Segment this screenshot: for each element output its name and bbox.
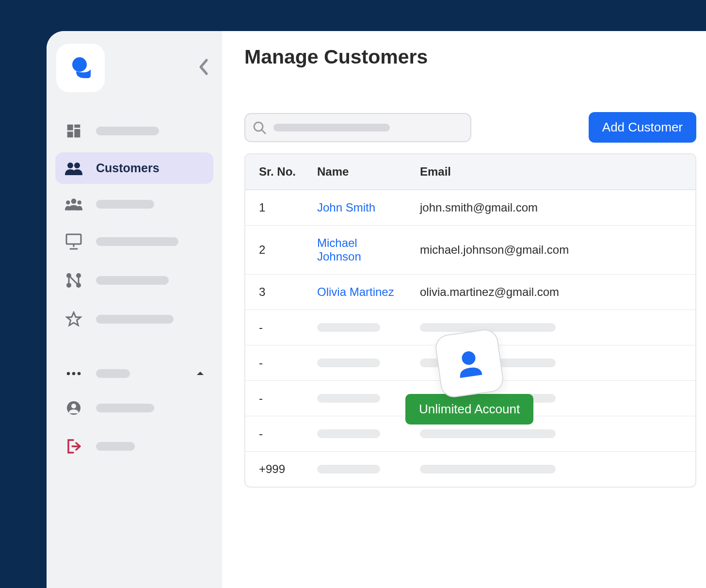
table-row-placeholder: - bbox=[245, 381, 695, 416]
placeholder-text bbox=[420, 323, 556, 332]
svg-rect-3 bbox=[74, 129, 80, 137]
sidebar-nav: Customers bbox=[55, 114, 213, 463]
customer-name-link[interactable]: Michael Johnson bbox=[317, 236, 361, 263]
placeholder-text bbox=[317, 323, 380, 332]
cell-sr: - bbox=[245, 345, 308, 381]
cell-sr: - bbox=[245, 310, 308, 345]
table-row[interactable]: 3 Olivia Martinez olivia.martinez@gmail.… bbox=[245, 275, 695, 310]
table-row-placeholder: - bbox=[245, 310, 695, 345]
cell-sr: - bbox=[245, 416, 308, 452]
presentation-icon bbox=[65, 233, 82, 250]
cell-name bbox=[308, 310, 411, 345]
svg-point-24 bbox=[71, 404, 76, 408]
placeholder-text bbox=[317, 359, 380, 367]
svg-point-8 bbox=[66, 200, 70, 204]
table-row-more[interactable]: +999 bbox=[245, 452, 695, 487]
svg-rect-10 bbox=[66, 234, 81, 244]
cell-email bbox=[411, 310, 695, 345]
search-icon bbox=[252, 120, 267, 135]
sidebar-item-favorites[interactable] bbox=[55, 302, 213, 336]
main-content: Manage Customers Add Customer Sr. No. Na… bbox=[222, 31, 706, 588]
cell-sr: - bbox=[245, 381, 308, 416]
cell-email bbox=[411, 416, 695, 452]
network-icon bbox=[65, 272, 82, 289]
caret-up-icon bbox=[196, 369, 205, 378]
account-icon bbox=[65, 400, 82, 416]
dashboard-icon bbox=[65, 123, 82, 139]
cell-email: michael.johnson@gmail.com bbox=[411, 226, 695, 275]
star-icon bbox=[65, 311, 82, 327]
page-title: Manage Customers bbox=[244, 46, 696, 68]
add-customer-button[interactable]: Add Customer bbox=[589, 112, 696, 143]
sidebar-item-customers[interactable]: Customers bbox=[55, 152, 213, 184]
svg-point-22 bbox=[78, 372, 81, 376]
sidebar-item-account[interactable] bbox=[55, 392, 213, 425]
placeholder-text bbox=[273, 124, 390, 131]
table-row[interactable]: 1 John Smith john.smith@gmail.com bbox=[245, 190, 695, 226]
cell-name bbox=[308, 452, 411, 487]
table-row[interactable]: 2 Michael Johnson michael.johnson@gmail.… bbox=[245, 226, 695, 275]
cell-email bbox=[411, 381, 695, 416]
sidebar: Customers bbox=[47, 31, 222, 588]
placeholder-text bbox=[96, 369, 130, 378]
cell-sr: 2 bbox=[245, 226, 308, 275]
sidebar-item-dashboard[interactable] bbox=[55, 114, 213, 147]
svg-point-9 bbox=[78, 200, 81, 204]
sidebar-item-network[interactable] bbox=[55, 263, 213, 297]
cell-name bbox=[308, 416, 411, 452]
sidebar-collapse-button[interactable] bbox=[196, 55, 212, 81]
placeholder-text bbox=[96, 404, 154, 412]
cell-email bbox=[411, 345, 695, 381]
table-row-placeholder: - bbox=[245, 416, 695, 452]
team-icon bbox=[65, 197, 82, 211]
sidebar-item-presentation[interactable] bbox=[55, 225, 213, 259]
cell-name bbox=[308, 381, 411, 416]
cell-name: John Smith bbox=[308, 190, 411, 226]
sidebar-item-logout[interactable] bbox=[55, 429, 213, 463]
placeholder-text bbox=[96, 237, 178, 246]
svg-point-6 bbox=[74, 163, 80, 168]
sidebar-item-label: Customers bbox=[96, 161, 160, 175]
cell-name: Michael Johnson bbox=[308, 226, 411, 275]
customer-name-link[interactable]: Olivia Martinez bbox=[317, 285, 394, 298]
placeholder-text bbox=[96, 200, 154, 209]
col-header-name: Name bbox=[308, 154, 411, 190]
svg-point-0 bbox=[72, 57, 87, 72]
app-logo bbox=[56, 44, 105, 92]
app-window: Customers bbox=[47, 31, 706, 588]
chevron-left-icon bbox=[198, 57, 210, 77]
placeholder-text bbox=[420, 359, 556, 367]
toolbar: Add Customer bbox=[244, 112, 696, 143]
svg-point-5 bbox=[67, 163, 73, 168]
svg-rect-2 bbox=[74, 125, 80, 128]
placeholder-text bbox=[317, 394, 380, 403]
svg-point-21 bbox=[72, 372, 76, 376]
placeholder-text bbox=[96, 276, 169, 285]
cell-name: Olivia Martinez bbox=[308, 275, 411, 310]
cell-sr: 1 bbox=[245, 190, 308, 226]
more-icon bbox=[65, 371, 82, 376]
cell-email bbox=[411, 452, 695, 487]
customers-table: Sr. No. Name Email 1 John Smith john.smi… bbox=[244, 153, 696, 488]
placeholder-text bbox=[420, 394, 556, 403]
sidebar-item-team[interactable] bbox=[55, 189, 213, 220]
logout-icon bbox=[65, 438, 82, 455]
customer-name-link[interactable]: John Smith bbox=[317, 201, 375, 214]
search-input[interactable] bbox=[244, 113, 471, 142]
cell-email: olivia.martinez@gmail.com bbox=[411, 275, 695, 310]
cell-email: john.smith@gmail.com bbox=[411, 190, 695, 226]
table-header-row: Sr. No. Name Email bbox=[245, 154, 695, 190]
placeholder-text bbox=[420, 465, 556, 474]
placeholder-text bbox=[96, 315, 174, 324]
sidebar-item-more[interactable] bbox=[55, 360, 213, 387]
placeholder-text bbox=[317, 429, 380, 438]
col-header-email: Email bbox=[411, 154, 695, 190]
svg-rect-1 bbox=[67, 125, 73, 131]
cell-sr: +999 bbox=[245, 452, 308, 487]
svg-rect-4 bbox=[67, 131, 73, 137]
placeholder-text bbox=[420, 429, 556, 438]
col-header-sr: Sr. No. bbox=[245, 154, 308, 190]
svg-line-26 bbox=[262, 130, 265, 133]
svg-point-7 bbox=[71, 198, 77, 204]
cell-name bbox=[308, 345, 411, 381]
